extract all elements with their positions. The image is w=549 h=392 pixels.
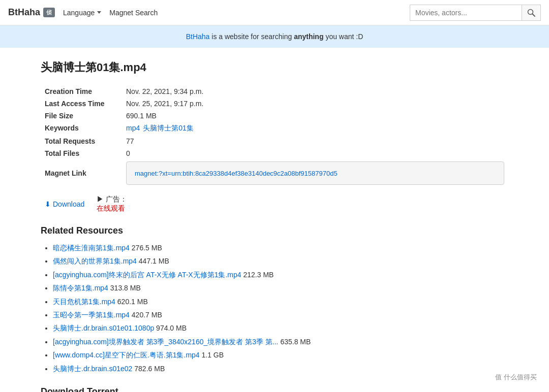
banner-site-link[interactable]: BtHaha xyxy=(186,32,210,41)
keywords-label: Keywords xyxy=(41,122,122,135)
main-content: 头脑博士第01集.mp4 Creation Time Nov. 22, 2021… xyxy=(30,48,518,392)
brand-name: BtHaha xyxy=(8,7,40,18)
magnet-search-link[interactable]: Magnet Search xyxy=(109,9,158,17)
file-size: 635.8 MB xyxy=(279,338,311,346)
download-torrent-title: Download Torrent xyxy=(41,386,508,392)
total-files-value: 0 xyxy=(122,147,508,159)
list-item: 头脑博士.dr.brain.s01e02 782.6 MB xyxy=(53,363,508,374)
file-size: 212.3 MB xyxy=(241,271,274,279)
total-requests-row: Total Requests 77 xyxy=(41,135,508,147)
last-access-label: Last Access Time xyxy=(41,97,122,110)
list-item: [acgyinghua.com]终末的后宫 AT-X无修 AT-X无修第1集.m… xyxy=(53,269,508,280)
last-access-row: Last Access Time Nov. 25, 2021, 9:17 p.m… xyxy=(41,97,508,110)
banner-description-before: is a website for searching xyxy=(211,32,294,41)
ad-prefix: ▶ 广告： xyxy=(97,195,127,203)
magnet-box: magnet:?xt=urn:btih:8ca29338d4ef38e3140d… xyxy=(126,161,504,185)
list-item: 暗恋橘生淮南第1集.mp4 276.5 MB xyxy=(53,242,508,253)
list-item: [www.domp4.cc]星空下的仁医.粤语.第1集.mp4 1.1 GB xyxy=(53,349,508,361)
info-table: Creation Time Nov. 22, 2021, 9:34 p.m. L… xyxy=(41,85,508,187)
keywords-row: Keywords mp4头脑博士第01集 xyxy=(41,122,508,135)
last-access-value: Nov. 25, 2021, 9:17 p.m. xyxy=(122,97,508,110)
related-link[interactable]: 暗恋橘生淮南第1集.mp4 xyxy=(53,244,130,252)
keyword-link[interactable]: 头脑博士第01集 xyxy=(143,124,194,132)
file-size: 782.6 MB xyxy=(132,365,165,373)
file-size: 420.7 MB xyxy=(130,311,162,319)
related-link[interactable]: [www.domp4.cc]星空下的仁医.粤语.第1集.mp4 xyxy=(53,351,200,359)
search-form xyxy=(410,5,541,21)
file-size: 313.8 MB xyxy=(108,284,141,292)
magnet-row: Magnet Link magnet:?xt=urn:btih:8ca29338… xyxy=(41,159,508,187)
related-list: 暗恋橘生淮南第1集.mp4 276.5 MB偶然闯入的世界第1集.mp4 447… xyxy=(41,242,508,374)
magnet-link[interactable]: magnet:?xt=urn:btih:8ca29338d4ef38e3140d… xyxy=(135,170,338,177)
related-link[interactable]: [acgyinghua.com]终末的后宫 AT-X无修 AT-X无修第1集.m… xyxy=(53,271,241,279)
creation-time-label: Creation Time xyxy=(41,85,122,97)
file-size-label: File Size xyxy=(41,110,122,122)
related-link[interactable]: 天目危机第1集.mp4 xyxy=(53,298,115,306)
ad-watch-link[interactable]: 在线观看 xyxy=(97,204,127,213)
list-item: [acgyinghua.com]境界触发者 第3季_3840x2160_境界触发… xyxy=(53,336,508,347)
creation-time-row: Creation Time Nov. 22, 2021, 9:34 p.m. xyxy=(41,85,508,97)
ad-row: ▶ 广告： 在线观看 xyxy=(97,195,127,213)
banner-description-after: you want :D xyxy=(325,32,363,41)
list-item: 陈情令第1集.mp4 313.8 MB xyxy=(53,282,508,293)
total-requests-label: Total Requests xyxy=(41,135,122,147)
related-link[interactable]: 头脑博士.dr.brain.s01e01.1080p xyxy=(53,324,154,332)
download-button[interactable]: ⬇ Download xyxy=(45,200,84,208)
list-item: 头脑博士.dr.brain.s01e01.1080p 974.0 MB xyxy=(53,322,508,334)
search-icon xyxy=(527,9,535,17)
download-label: Download xyxy=(53,200,84,208)
list-item: 偶然闯入的世界第1集.mp4 447.1 MB xyxy=(53,255,508,267)
banner: BtHaha is a website for searching anythi… xyxy=(0,25,549,48)
magnet-label: Magnet Link xyxy=(41,159,122,187)
related-link[interactable]: 偶然闯入的世界第1集.mp4 xyxy=(53,257,137,265)
related-link[interactable]: 头脑博士.dr.brain.s01e02 xyxy=(53,365,132,373)
action-row: ⬇ Download ▶ 广告： 在线观看 xyxy=(41,195,508,213)
chevron-down-icon xyxy=(97,11,101,14)
list-item: 玉昭令第一季第1集.mp4 420.7 MB xyxy=(53,309,508,320)
banner-description-bold: anything xyxy=(294,32,323,41)
total-files-row: Total Files 0 xyxy=(41,147,508,159)
file-size-value: 690.1 MB xyxy=(122,110,508,122)
search-button[interactable] xyxy=(522,5,541,21)
brand-logo: BtHaha 侦 xyxy=(8,7,55,18)
download-icon: ⬇ xyxy=(45,200,51,208)
brand-badge: 侦 xyxy=(43,8,55,17)
file-size: 276.5 MB xyxy=(130,244,162,252)
language-dropdown[interactable]: Language xyxy=(63,9,101,17)
file-size: 447.1 MB xyxy=(137,257,169,265)
related-link[interactable]: [acgyinghua.com]境界触发者 第3季_3840x2160_境界触发… xyxy=(53,338,279,346)
file-size: 1.1 GB xyxy=(200,351,224,359)
file-size: 620.1 MB xyxy=(115,298,148,306)
total-files-label: Total Files xyxy=(41,147,122,159)
keyword-link[interactable]: mp4 xyxy=(126,124,140,132)
total-requests-value: 77 xyxy=(122,135,508,147)
keywords-value: mp4头脑博士第01集 xyxy=(122,122,508,135)
file-size: 974.0 MB xyxy=(154,324,187,332)
file-size-row: File Size 690.1 MB xyxy=(41,110,508,122)
related-link[interactable]: 玉昭令第一季第1集.mp4 xyxy=(53,311,130,319)
page-title: 头脑博士第01集.mp4 xyxy=(41,60,508,75)
list-item: 天目危机第1集.mp4 620.1 MB xyxy=(53,296,508,307)
search-input[interactable] xyxy=(410,5,522,21)
navbar: BtHaha 侦 Language Magnet Search xyxy=(0,0,549,25)
svg-line-1 xyxy=(533,14,535,16)
language-label: Language xyxy=(63,9,95,17)
creation-time-value: Nov. 22, 2021, 9:34 p.m. xyxy=(122,85,508,97)
related-link[interactable]: 陈情令第1集.mp4 xyxy=(53,284,108,292)
magnet-box-cell: magnet:?xt=urn:btih:8ca29338d4ef38e3140d… xyxy=(122,159,508,187)
related-resources-title: Related Resources xyxy=(41,225,508,236)
